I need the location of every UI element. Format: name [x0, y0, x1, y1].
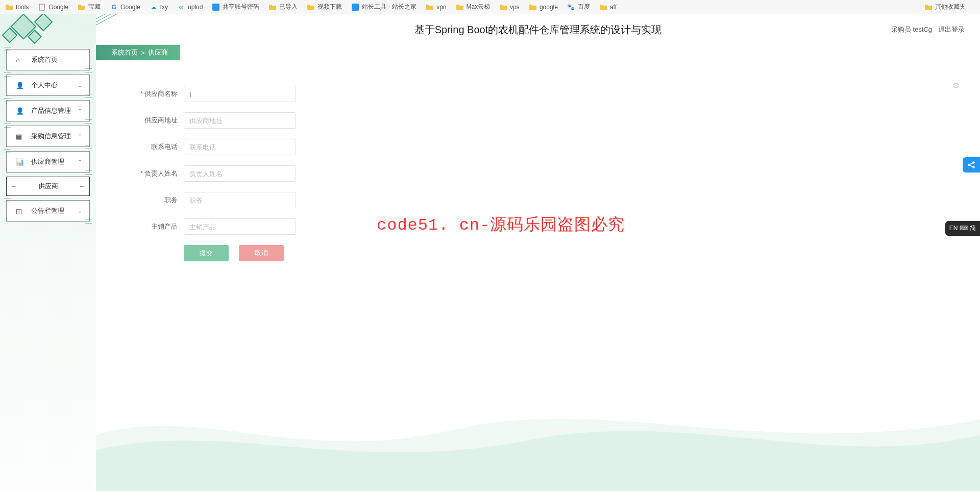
- folder-icon: [78, 3, 86, 11]
- sidebar-decoration: [0, 14, 96, 45]
- bookmark-label: vps: [510, 4, 520, 11]
- bookmark-label: 百度: [578, 3, 590, 11]
- grid-icon: ◫: [16, 207, 24, 215]
- form-row: 主销产品: [127, 218, 980, 235]
- bookmark-item[interactable]: vps: [499, 3, 520, 11]
- bookmark-label: tools: [16, 4, 29, 11]
- nav-list[interactable]: ▤采购信息管理⌃: [6, 126, 90, 147]
- nav-user2[interactable]: 👤产品信息管理⌃: [6, 100, 90, 121]
- gear-icon[interactable]: ⚙: [952, 81, 960, 90]
- nav-label: 系统首页: [31, 55, 58, 64]
- subnav-label: 供应商: [38, 182, 58, 191]
- bookmark-label: txy: [160, 4, 168, 11]
- cancel-button[interactable]: 取消: [239, 245, 284, 261]
- chevron-icon: ⌄: [78, 82, 82, 89]
- chevron-icon: ⌃: [78, 159, 82, 165]
- bookmark-item[interactable]: vpn: [426, 3, 446, 11]
- bookmark-item[interactable]: ∞uplod: [177, 3, 203, 11]
- float-share-icon[interactable]: [963, 157, 980, 173]
- nav-home[interactable]: ⌂系统首页: [6, 49, 90, 70]
- baidu-icon: 🐾: [567, 3, 575, 11]
- svg-rect-0: [39, 4, 44, 10]
- nav-user[interactable]: 👤个人中心⌄: [6, 75, 90, 96]
- form-label: *负责人姓名: [127, 169, 178, 178]
- user2-icon: 👤: [16, 107, 24, 115]
- form-label: 供应商地址: [127, 116, 178, 125]
- breadcrumb-separator: >: [141, 49, 145, 57]
- form-row: *负责人姓名: [127, 165, 980, 182]
- folder-icon: [529, 3, 537, 11]
- bookmark-item[interactable]: Max云梯: [456, 3, 491, 11]
- breadcrumb: 系统首页 > 供应商: [96, 45, 249, 60]
- breadcrumb-current: 供应商: [148, 48, 168, 57]
- input-0[interactable]: [184, 86, 296, 102]
- bookmark-item[interactable]: 已导入: [268, 3, 298, 11]
- form-label: *供应商名称: [127, 89, 178, 99]
- submit-button[interactable]: 提交: [184, 245, 229, 261]
- link-icon: ∞: [177, 3, 185, 11]
- input-5[interactable]: [184, 218, 296, 235]
- nav-label: 公告栏管理: [31, 206, 64, 215]
- blue-icon: [212, 3, 220, 11]
- folder-icon: [5, 3, 13, 11]
- bookmark-other[interactable]: 其他收藏夹: [924, 3, 966, 11]
- page-icon: [38, 3, 46, 11]
- user-label[interactable]: 采购员 testCg: [891, 25, 932, 34]
- form-row: 职务: [127, 192, 980, 208]
- input-1[interactable]: [184, 112, 296, 129]
- form-label: 联系电话: [127, 142, 178, 152]
- bookmark-label: 宝藏: [88, 3, 101, 11]
- bookmark-item[interactable]: 共享账号密码: [212, 3, 259, 11]
- input-4[interactable]: [184, 192, 296, 208]
- ime-indicator[interactable]: EN ⌨ 简: [945, 221, 980, 236]
- nav-grid[interactable]: ◫公告栏管理⌄: [6, 200, 90, 222]
- nav-label: 采购信息管理: [31, 132, 71, 141]
- bookmark-label: 站长工具 - 站长之家: [362, 3, 416, 11]
- bookmark-item[interactable]: tools: [5, 3, 29, 11]
- form-row: 联系电话: [127, 139, 980, 155]
- bookmark-item[interactable]: google: [529, 3, 558, 11]
- bookmark-item[interactable]: ☁txy: [150, 3, 168, 11]
- input-2[interactable]: [184, 139, 296, 155]
- breadcrumb-home[interactable]: 系统首页: [111, 48, 138, 57]
- bookmark-item[interactable]: 宝藏: [78, 3, 101, 11]
- bookmark-label: 共享账号密码: [223, 3, 259, 11]
- bookmark-label: Google: [48, 4, 68, 11]
- folder-icon: [268, 3, 277, 11]
- bookmark-item[interactable]: 视频下载: [307, 3, 342, 11]
- bookmark-label: google: [540, 4, 558, 11]
- folder-icon: [307, 3, 315, 11]
- logout-link[interactable]: 退出登录: [938, 25, 965, 34]
- form-label: 职务: [127, 195, 178, 205]
- page-title: 基于Spring Boot的农机配件仓库管理系统的设计与实现: [414, 23, 662, 37]
- bookmark-label: vpn: [436, 4, 446, 11]
- input-3[interactable]: [184, 165, 296, 182]
- wave-decoration: [96, 389, 980, 491]
- bookmark-item[interactable]: Google: [38, 3, 68, 11]
- nav-chart[interactable]: 📊供应商管理⌃: [6, 151, 90, 173]
- bookmark-label: 已导入: [279, 3, 298, 11]
- bookmark-item[interactable]: 站长工具 - 站长之家: [351, 3, 416, 11]
- nav-label: 个人中心: [31, 81, 58, 90]
- form-row: *供应商名称: [127, 86, 980, 102]
- form-label: 主销产品: [127, 222, 178, 231]
- folder-icon: [426, 3, 434, 11]
- user-icon: 👤: [16, 82, 24, 89]
- bookmark-label: aff: [610, 4, 617, 11]
- list-icon: ▤: [16, 133, 24, 140]
- folder-icon: [924, 3, 933, 11]
- bookmark-label: uplod: [188, 4, 203, 11]
- gicon-icon: G: [110, 3, 118, 11]
- bookmark-item[interactable]: 🐾百度: [567, 3, 590, 11]
- chevron-icon: ⌃: [78, 133, 82, 140]
- nav-label: 产品信息管理: [31, 106, 71, 115]
- chart-icon: 📊: [16, 158, 24, 166]
- blue-icon: [351, 3, 359, 11]
- bookmark-item[interactable]: GGoogle: [110, 3, 140, 11]
- header: 基于Spring Boot的农机配件仓库管理系统的设计与实现 采购员 testC…: [96, 14, 980, 45]
- chevron-icon: ⌃: [78, 108, 82, 114]
- bookmark-item[interactable]: aff: [599, 3, 617, 11]
- home-icon: ⌂: [16, 56, 24, 64]
- subnav-supplier[interactable]: 供应商: [6, 177, 90, 196]
- main-content: 基于Spring Boot的农机配件仓库管理系统的设计与实现 采购员 testC…: [96, 14, 980, 491]
